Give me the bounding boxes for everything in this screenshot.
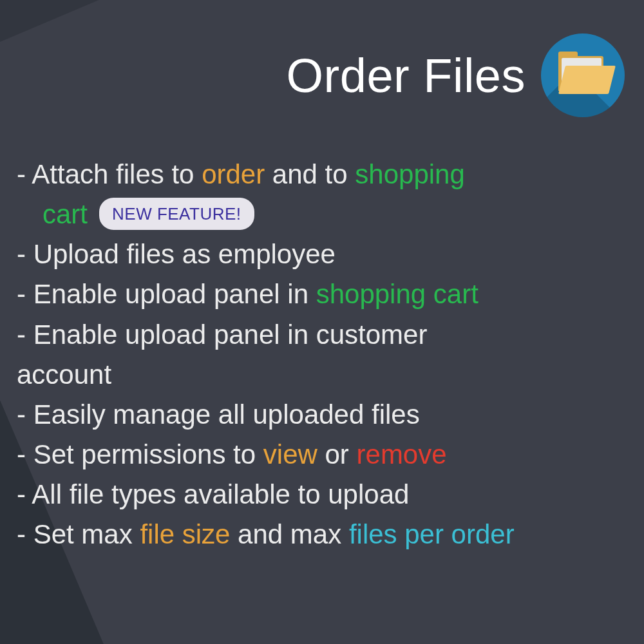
feature-item: - Enable upload panel in shopping cart — [17, 274, 631, 314]
highlight-files-per-order: files per order — [349, 519, 515, 549]
new-feature-badge: NEW FEATURE! — [99, 198, 254, 230]
highlight-cart: cart — [43, 199, 88, 229]
feature-item: cartNEW FEATURE! — [17, 194, 631, 234]
folder-icon — [541, 33, 625, 117]
feature-item: - Enable upload panel in customer — [17, 315, 631, 355]
text: - Enable upload panel in — [17, 279, 316, 309]
text: - Set permissions to — [17, 439, 263, 469]
highlight-remove: remove — [357, 439, 447, 469]
highlight-file-size: file size — [140, 519, 230, 549]
text: and max — [230, 519, 348, 549]
highlight-shopping: shopping — [355, 159, 464, 189]
highlight-order: order — [202, 159, 265, 189]
feature-item: - Upload files as employee — [17, 234, 631, 274]
highlight-shopping-cart: shopping cart — [316, 279, 478, 309]
page-title: Order Files — [287, 48, 526, 103]
feature-item: - Set permissions to view or remove — [17, 435, 631, 475]
text: or — [317, 439, 357, 469]
text: and to — [265, 159, 355, 189]
text: - Set max — [17, 519, 140, 549]
feature-item: - All file types available to upload — [17, 475, 631, 515]
highlight-view: view — [263, 439, 317, 469]
feature-item: - Easily manage all uploaded files — [17, 395, 631, 435]
feature-item: - Set max file size and max files per or… — [17, 515, 631, 554]
feature-item: - Attach files to order and to shopping — [17, 155, 631, 194]
feature-item-continuation: account — [17, 355, 631, 395]
header: Order Files — [287, 33, 625, 117]
feature-list: - Attach files to order and to shopping … — [17, 155, 631, 555]
text: - Attach files to — [17, 159, 202, 189]
